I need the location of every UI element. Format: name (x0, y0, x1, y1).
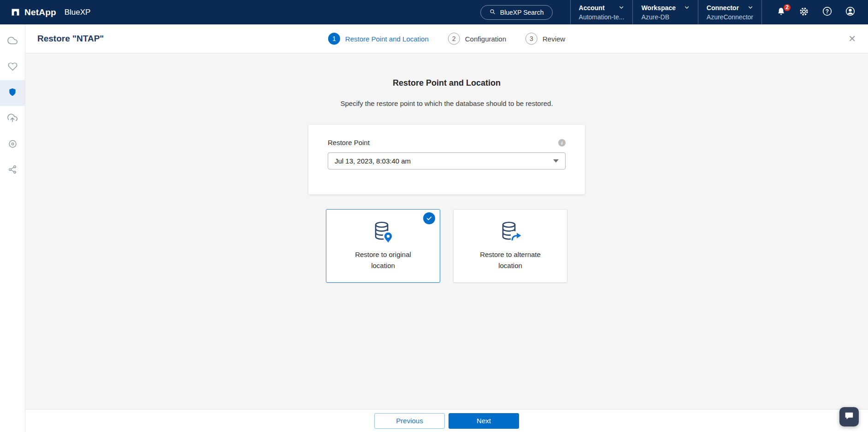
brand-name: NetApp (24, 7, 56, 18)
notification-badge: 2 (783, 3, 791, 12)
close-icon[interactable]: ✕ (848, 34, 856, 43)
header-right: BlueXP Search Account Automation-te... W… (480, 0, 868, 24)
help-button[interactable]: ? (821, 6, 833, 18)
restore-point-label: Restore Point (328, 139, 370, 146)
database-arrow-icon (498, 220, 522, 245)
page-title: Restore "NTAP" (37, 34, 104, 44)
previous-button[interactable]: Previous (374, 413, 445, 429)
restore-point-select[interactable]: Jul 13, 2023, 8:03:40 am (328, 152, 566, 169)
top-header: NetApp BlueXP BlueXP Search Account (0, 0, 868, 24)
content-heading: Restore Point and Location (25, 78, 868, 88)
step-configuration[interactable]: 2 Configuration (448, 33, 506, 45)
selected-check-icon (423, 212, 435, 224)
product-name: BlueXP (65, 8, 91, 17)
protection-shield-icon (8, 88, 17, 99)
bluexp-app: NetApp BlueXP BlueXP Search Account (0, 0, 868, 432)
step-label: Restore Point and Location (345, 35, 429, 43)
connector-menu[interactable]: Connector AzureConnector (698, 0, 762, 24)
disc-icon (8, 139, 18, 151)
option-restore-alternate-location[interactable]: Restore to alternate location (453, 209, 567, 283)
caret-down-icon (553, 159, 559, 163)
sidebar-item-sync[interactable] (0, 158, 25, 183)
info-icon[interactable]: i (558, 139, 566, 146)
canvas-cloud-icon (7, 35, 18, 47)
content-subheading: Specify the restore point to which the d… (25, 99, 868, 107)
user-icon (845, 6, 856, 18)
chevron-down-icon (619, 4, 624, 12)
wizard-content: Restore Point and Location Specify the r… (25, 53, 868, 409)
chevron-down-icon (684, 4, 690, 12)
step-review[interactable]: 3 Review (526, 33, 565, 45)
svg-text:?: ? (825, 8, 828, 15)
restore-location-options: Restore to original location (25, 209, 868, 283)
left-sidebar (0, 24, 25, 432)
gear-icon (799, 6, 809, 18)
main-area: Restore "NTAP" 1 Restore Point and Locat… (25, 24, 868, 432)
account-menu[interactable]: Account Automation-te... (570, 0, 633, 24)
step-label: Configuration (465, 35, 506, 43)
step-label: Review (543, 35, 565, 43)
chat-launcher-button[interactable] (839, 407, 859, 426)
wizard-footer: Previous Next (25, 409, 868, 432)
notifications-button[interactable]: 2 (775, 6, 787, 18)
step-number: 3 (526, 33, 537, 45)
account-menu-value: Automation-te... (579, 13, 625, 21)
search-icon (489, 8, 496, 17)
connector-menu-label: Connector (707, 4, 739, 12)
option-label: Restore to original location (345, 249, 421, 271)
sidebar-item-health[interactable] (0, 54, 25, 80)
next-button[interactable]: Next (449, 413, 519, 429)
workspace-menu[interactable]: Workspace Azure-DB (632, 0, 697, 24)
workspace-menu-label: Workspace (641, 4, 675, 12)
bluexp-search-button[interactable]: BlueXP Search (480, 5, 553, 20)
sidebar-item-canvas[interactable] (0, 29, 25, 54)
header-icon-buttons: 2 ? (762, 0, 868, 24)
wizard-header: Restore "NTAP" 1 Restore Point and Locat… (25, 24, 868, 53)
connector-menu-value: AzureConnector (707, 13, 753, 21)
step-restore-point-and-location[interactable]: 1 Restore Point and Location (328, 33, 429, 45)
restore-point-value: Jul 13, 2023, 8:03:40 am (335, 157, 411, 165)
wizard-stepper: 1 Restore Point and Location 2 Configura… (328, 33, 565, 45)
option-label: Restore to alternate location (472, 249, 549, 271)
restore-point-card: Restore Point i Jul 13, 2023, 8:03:40 am (308, 125, 585, 194)
share-nodes-icon (8, 165, 17, 176)
step-number: 2 (448, 33, 460, 45)
option-restore-original-location[interactable]: Restore to original location (326, 209, 440, 283)
database-location-icon (371, 220, 395, 245)
sidebar-item-protection[interactable] (0, 80, 25, 106)
step-number: 1 (328, 33, 340, 45)
netapp-logo-icon (11, 8, 20, 17)
help-icon: ? (822, 6, 833, 18)
sidebar-item-storage[interactable] (0, 132, 25, 158)
settings-button[interactable] (798, 6, 810, 18)
user-account-button[interactable] (844, 6, 856, 18)
chevron-down-icon (748, 4, 753, 12)
sidebar-item-backup[interactable] (0, 106, 25, 132)
backup-cloud-icon (7, 113, 18, 125)
account-menu-label: Account (579, 4, 605, 12)
health-heart-icon (8, 62, 18, 73)
chat-icon (844, 411, 854, 423)
brand: NetApp BlueXP (11, 7, 90, 18)
workspace-menu-value: Azure-DB (641, 13, 689, 21)
search-label: BlueXP Search (500, 9, 544, 16)
